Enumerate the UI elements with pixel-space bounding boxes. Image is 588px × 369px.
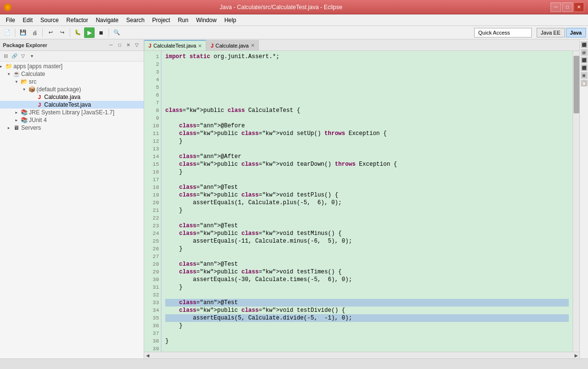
code-line-38: } xyxy=(165,337,569,345)
code-line-19: class="kw">public class="kw">void testPl… xyxy=(165,191,569,199)
line-number-38: 38 xyxy=(147,337,159,345)
close-panel-button[interactable]: ✕ xyxy=(124,41,132,49)
tree-arrow-0[interactable]: ▸ xyxy=(0,64,5,69)
scroll-right-button[interactable]: ▶ xyxy=(573,352,579,359)
undo-button[interactable]: ↩ xyxy=(45,27,56,38)
scroll-left-button[interactable]: ◀ xyxy=(144,352,151,359)
tab-close-0[interactable]: ✕ xyxy=(198,43,202,49)
sidebar-btn-4[interactable]: ⬛ xyxy=(581,64,588,71)
tree-item-3[interactable]: ▾📦(default package) xyxy=(0,86,144,93)
search-button[interactable]: 🔍 xyxy=(111,27,122,38)
sidebar-btn-2[interactable]: @ xyxy=(581,49,588,56)
line-number-17: 17 xyxy=(147,176,159,184)
code-line-21: } xyxy=(165,207,569,214)
print-button[interactable]: 🖨 xyxy=(29,27,40,38)
code-line-31: } xyxy=(165,283,569,291)
tree-label-0: apps [apps master] xyxy=(13,63,62,70)
code-line-11: class="kw">public class="kw">void setUp(… xyxy=(165,130,569,137)
code-line-18: class="ann">@Test xyxy=(165,184,569,191)
restore-button[interactable]: □ xyxy=(562,2,573,12)
tree-arrow-3[interactable]: ▾ xyxy=(23,87,28,92)
line-number-34: 34 xyxy=(147,307,159,314)
tree-arrow-6[interactable]: ▸ xyxy=(15,110,20,115)
line-number-18: 18 xyxy=(147,184,159,191)
toolbar-separator-4 xyxy=(109,28,109,37)
tree-item-2[interactable]: ▾📂src xyxy=(0,78,144,86)
code-line-39 xyxy=(165,345,569,352)
menu-item-file[interactable]: File xyxy=(2,15,19,25)
scroll-thumb[interactable] xyxy=(574,56,579,113)
line-number-30: 30 xyxy=(147,276,159,283)
editor-tab-1[interactable]: JCalculate.java✕ xyxy=(206,40,258,50)
tree-arrow-2[interactable]: ▾ xyxy=(15,79,20,84)
quick-access-box[interactable]: Quick Access xyxy=(474,28,532,37)
save-button[interactable]: 💾 xyxy=(18,27,28,38)
horizontal-scrollbar[interactable]: ◀ ▶ xyxy=(144,352,579,358)
package-explorer-toolbar: ⊟ 🔗 ▽ ▾ xyxy=(0,51,144,62)
pkg-view-menu-button[interactable]: ▾ xyxy=(28,52,36,60)
code-line-10: class="ann">@Before xyxy=(165,122,569,130)
maximize-panel-button[interactable]: □ xyxy=(116,41,123,49)
code-editor[interactable]: 1234567891011121314151617181920212223242… xyxy=(144,51,579,352)
tree-label-7: JUnit 4 xyxy=(29,117,47,123)
run-button[interactable]: ▶ xyxy=(84,27,95,38)
minimize-button[interactable]: ─ xyxy=(551,2,561,12)
toolbar-separator-1 xyxy=(15,28,15,37)
menu-item-help[interactable]: Help xyxy=(220,15,240,25)
sidebar-btn-6[interactable]: 📋 xyxy=(581,80,588,86)
java-ee-perspective-button[interactable]: Java EE xyxy=(537,28,565,37)
tree-item-0[interactable]: ▸📁apps [apps master] xyxy=(0,62,144,70)
sidebar-btn-3[interactable]: ⬛ xyxy=(581,57,588,63)
tree-item-6[interactable]: ▸📚JRE System Library [JavaSE-1.7] xyxy=(0,109,144,116)
line-number-6: 6 xyxy=(147,91,159,99)
tree-label-5: CalculateTest.java xyxy=(44,101,91,108)
menu-item-window[interactable]: Window xyxy=(192,15,220,25)
tree-item-8[interactable]: ▸🖥Servers xyxy=(0,124,144,132)
menu-item-run[interactable]: Run xyxy=(174,15,192,25)
menu-item-search[interactable]: Search xyxy=(122,15,148,25)
line-number-19: 19 xyxy=(147,191,159,199)
menu-item-source[interactable]: Source xyxy=(37,15,62,25)
redo-button[interactable]: ↪ xyxy=(57,27,67,38)
java-perspective-button[interactable]: Java xyxy=(566,28,586,37)
menu-item-edit[interactable]: Edit xyxy=(19,15,37,25)
panel-menu-button[interactable]: ▽ xyxy=(133,41,141,49)
tree-item-4[interactable]: JCalculate.java xyxy=(0,93,144,101)
menu-item-refactor[interactable]: Refactor xyxy=(62,15,92,25)
sidebar-btn-1[interactable]: ⬛ xyxy=(581,41,588,48)
tree-label-1: Calculate xyxy=(21,71,45,77)
line-number-2: 2 xyxy=(147,61,159,68)
menu-item-navigate[interactable]: Navigate xyxy=(92,15,122,25)
package-explorer-panel: Package Explorer ─ □ ✕ ▽ ⊟ 🔗 ▽ ▾ ▸📁apps … xyxy=(0,39,144,358)
tree-arrow-8[interactable]: ▸ xyxy=(8,125,12,130)
line-number-14: 14 xyxy=(147,153,159,160)
pkg-filter-button[interactable]: ▽ xyxy=(19,52,27,60)
code-line-35: assertEquals(5, Calculate.divide(-5, -1)… xyxy=(165,314,569,322)
tree-item-7[interactable]: ▸📚JUnit 4 xyxy=(0,116,144,124)
debug-button[interactable]: 🐛 xyxy=(73,27,83,38)
code-content[interactable]: import static org.junit.Assert.*; class=… xyxy=(161,51,573,352)
tree-arrow-7[interactable]: ▸ xyxy=(15,118,20,123)
collapse-all-button[interactable]: ⊟ xyxy=(2,52,10,60)
new-button[interactable]: 📄 xyxy=(2,27,12,38)
code-line-20: assertEquals(1, Calculate.plus(-5, 6), 0… xyxy=(165,199,569,207)
code-line-28: class="ann">@Test xyxy=(165,260,569,268)
package-explorer-tree: ▸📁apps [apps master]▾☕Calculate▾📂src▾📦(d… xyxy=(0,62,144,358)
link-with-editor-button[interactable]: 🔗 xyxy=(11,52,18,60)
line-number-8: 8 xyxy=(147,107,159,114)
stop-button[interactable]: ⏹ xyxy=(96,27,106,38)
close-button[interactable]: ✕ xyxy=(574,2,584,12)
tree-label-3: (default package) xyxy=(37,86,81,93)
tree-arrow-1[interactable]: ▾ xyxy=(8,72,12,76)
sidebar-btn-5[interactable]: ⊞ xyxy=(581,72,588,79)
tree-item-1[interactable]: ▾☕Calculate xyxy=(0,70,144,78)
vertical-scrollbar[interactable] xyxy=(573,51,579,352)
editor-tabs: JCalculateTest.java✕JCalculate.java✕ xyxy=(144,39,579,51)
menu-item-project[interactable]: Project xyxy=(148,15,174,25)
tab-close-1[interactable]: ✕ xyxy=(251,43,255,48)
editor-tab-0[interactable]: JCalculateTest.java✕ xyxy=(144,40,206,50)
code-line-37 xyxy=(165,330,569,337)
minimize-panel-button[interactable]: ─ xyxy=(107,41,115,49)
line-number-33: 33 xyxy=(147,299,159,307)
tree-item-5[interactable]: JCalculateTest.java xyxy=(0,101,144,109)
